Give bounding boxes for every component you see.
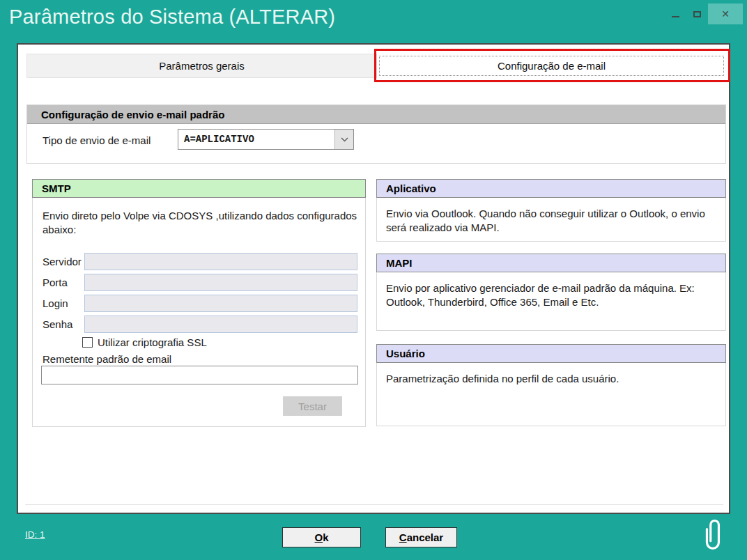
usuario-text: Parametrização definida no perfil de cad…: [377, 363, 725, 386]
ssl-checkbox[interactable]: [82, 337, 93, 348]
maximize-button[interactable]: [686, 3, 708, 24]
smtp-panel: SMTP Envio direto pelo Volpe via CDOSYS …: [32, 179, 366, 427]
tab-configuracao-email[interactable]: Configuração de e-mail: [377, 54, 726, 78]
senha-label: Senha: [43, 318, 72, 330]
login-label: Login: [43, 297, 68, 309]
cancel-button[interactable]: Cancelar: [385, 527, 457, 547]
close-button[interactable]: ✕: [708, 3, 743, 24]
tipo-envio-combobox[interactable]: A=APLICATIVO: [178, 129, 354, 150]
aplicativo-text: Envio via Ooutlook. Quando não conseguir…: [377, 198, 725, 235]
tipo-envio-value: A=APLICATIVO: [178, 130, 334, 149]
usuario-panel: Usuário Parametrização definida no perfi…: [376, 344, 726, 426]
close-icon: ✕: [721, 8, 730, 20]
mapi-header: MAPI: [376, 254, 726, 272]
combo-arrow-button[interactable]: [334, 130, 353, 149]
window-controls: ✕: [665, 3, 743, 24]
remetente-label: Remetente padrão de email: [43, 353, 171, 365]
envio-groupbox: Configuração de envio e-mail padrão Tipo…: [26, 104, 726, 164]
tab-bar: Parâmetros gerais Configuração de e-mail: [26, 54, 726, 78]
smtp-description: Envio direto pelo Volpe via CDOSYS ,util…: [43, 209, 357, 238]
testar-button[interactable]: Testar: [283, 396, 342, 416]
maximize-icon: [693, 11, 701, 17]
minimize-icon: [672, 16, 679, 17]
chevron-down-icon: [341, 137, 348, 142]
smtp-header: SMTP: [32, 179, 366, 198]
servidor-label: Servidor: [43, 256, 82, 267]
servidor-row: Servidor: [33, 253, 365, 271]
minimize-button[interactable]: [665, 3, 686, 24]
ssl-checkbox-label: Utilizar criptografia SSL: [98, 336, 207, 348]
envio-group-header: Configuração de envio e-mail padrão: [27, 105, 725, 124]
tab-parametros-gerais[interactable]: Parâmetros gerais: [26, 54, 377, 78]
paperclip-icon[interactable]: [702, 514, 725, 552]
parametros-sistema-window: { "window": { "title": "Parâmetros do Si…: [0, 0, 747, 560]
content-panel: Parâmetros gerais Configuração de e-mail…: [17, 43, 730, 514]
tab-parametros-gerais-label: Parâmetros gerais: [159, 60, 245, 72]
servidor-input[interactable]: [84, 253, 357, 270]
usuario-header: Usuário: [376, 344, 726, 363]
mapi-panel: MAPI Envio por aplicativo gerenciador de…: [376, 254, 726, 331]
mapi-text: Envio por aplicativo gerenciador de e-ma…: [377, 272, 725, 310]
porta-row: Porta: [33, 274, 365, 292]
aplicativo-header: Aplicativo: [376, 179, 726, 198]
porta-label: Porta: [43, 277, 68, 288]
senha-row: Senha: [33, 316, 365, 334]
id-link[interactable]: ID: 1: [25, 529, 45, 540]
window-title: Parâmetros do Sistema (ALTERAR): [9, 6, 335, 29]
remetente-input[interactable]: [41, 366, 358, 384]
login-input[interactable]: [84, 295, 357, 312]
senha-input[interactable]: [84, 316, 357, 333]
ssl-checkbox-row: Utilizar criptografia SSL: [82, 336, 207, 348]
tipo-envio-label: Tipo de envio de e-mail: [43, 134, 151, 146]
ok-button[interactable]: Ok: [282, 527, 361, 547]
porta-input[interactable]: [84, 274, 357, 291]
aplicativo-panel: Aplicativo Envio via Ooutlook. Quando nã…: [376, 179, 726, 242]
tab-configuracao-email-label: Configuração de e-mail: [498, 60, 606, 72]
bottom-divider: [25, 504, 723, 505]
login-row: Login: [33, 295, 365, 313]
